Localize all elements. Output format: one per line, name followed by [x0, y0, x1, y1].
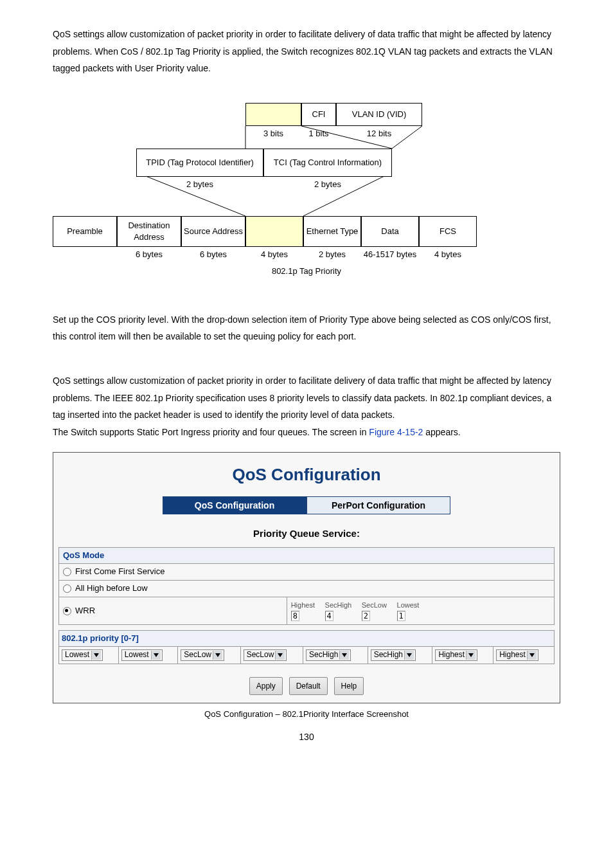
svg-marker-6 — [154, 653, 159, 657]
bits-3: 3 bits — [245, 129, 301, 140]
cell-vid: VLAN ID (VID) — [336, 103, 422, 126]
cell-data: Data — [361, 216, 419, 247]
radio-fcfs[interactable] — [63, 568, 71, 576]
qos-mode-header: QoS Mode — [59, 547, 555, 564]
wrr-label-3: Lowest — [397, 601, 420, 609]
svg-marker-5 — [94, 653, 99, 657]
cell-fcs: FCS — [419, 216, 477, 247]
cell-tpid: TPID (Tag Protocol Identifier) — [136, 149, 263, 177]
priority-table: 802.1p priority [0-7] LowestLowestSecLow… — [58, 630, 555, 664]
radio-allhigh-label: All High before Low — [75, 583, 148, 593]
bits-12: 12 bits — [336, 129, 422, 140]
svg-marker-8 — [278, 653, 283, 657]
default-button[interactable]: Default — [289, 677, 328, 696]
wrr-label-1: SecHigh — [325, 601, 352, 609]
mid-paragraph-1: Set up the COS priority level. With the … — [53, 311, 560, 345]
priority-queue-heading: Priority Queue Service: — [53, 518, 560, 547]
vlan-tag-diagram: CFI VLAN ID (VID) 3 bits 1 bits 12 bits … — [53, 103, 560, 296]
radio-fcfs-label: First Come First Service — [75, 566, 164, 576]
cell-dest-addr: Destination Address — [117, 216, 181, 247]
mid-paragraph-3: The Switch supports Static Port Ingress … — [53, 424, 560, 441]
chevron-down-icon — [151, 651, 161, 660]
svg-marker-11 — [468, 653, 474, 657]
chevron-down-icon — [213, 651, 222, 660]
screenshot-caption: QoS Configuration – 802.1Priority Interf… — [53, 709, 560, 720]
priority-select-1[interactable]: Lowest — [121, 649, 163, 661]
priority-select-4[interactable]: SecHigh — [306, 649, 351, 661]
chevron-down-icon — [404, 651, 414, 660]
qos-mode-table: QoS Mode First Come First Service All Hi… — [58, 547, 555, 625]
bytes-tci: 2 bytes — [263, 179, 392, 190]
wrr-input-highest[interactable]: 8 — [291, 611, 299, 621]
chevron-down-icon — [527, 651, 537, 660]
cell-tci: TCI (Tag Control Information) — [263, 149, 392, 177]
button-row: Apply Default Help — [53, 672, 560, 703]
chevron-down-icon — [466, 651, 475, 660]
mid-p3-a: The Switch supports Static Port Ingress … — [53, 427, 369, 437]
svg-marker-12 — [529, 653, 535, 657]
bytes-fcs: 4 bytes — [419, 249, 477, 260]
apply-button[interactable]: Apply — [249, 677, 283, 696]
priority-select-2[interactable]: SecLow — [181, 649, 224, 661]
wrr-label-0: Highest — [291, 601, 315, 609]
mid-p3-b: appears. — [423, 427, 460, 437]
svg-marker-7 — [215, 653, 220, 657]
cell-eth-type: Ethernet Type — [303, 216, 361, 247]
config-tabs: QoS ConfigurationPerPort Configuration — [53, 496, 560, 518]
svg-marker-9 — [342, 653, 347, 657]
bytes-et: 2 bytes — [303, 249, 361, 260]
cell-preamble: Preamble — [53, 216, 117, 247]
priority-select-6[interactable]: Highest — [435, 649, 477, 661]
priority-select-3[interactable]: SecLow — [244, 649, 287, 661]
mid-paragraph-2: QoS settings allow customization of pack… — [53, 372, 560, 424]
bytes-data: 46-1517 bytes — [361, 249, 419, 260]
qos-config-screenshot: QoS Configuration QoS ConfigurationPerPo… — [53, 452, 560, 703]
figure-ref-link[interactable]: Figure 4-15-2 — [369, 427, 423, 437]
priority-select-5[interactable]: SecHigh — [371, 649, 416, 661]
chevron-down-icon — [275, 651, 285, 660]
priority-select-7[interactable]: Highest — [496, 649, 538, 661]
svg-marker-10 — [407, 653, 412, 657]
tab-qos-configuration[interactable]: QoS Configuration — [163, 496, 306, 514]
wrr-label-2: SecLow — [362, 601, 387, 609]
help-button[interactable]: Help — [334, 677, 364, 696]
wrr-input-lowest[interactable]: 1 — [397, 611, 405, 621]
tab-perport-configuration[interactable]: PerPort Configuration — [306, 496, 450, 514]
radio-wrr[interactable] — [63, 607, 71, 615]
diagram-caption: 802.1p Tag Priority — [53, 266, 560, 277]
page-number: 130 — [53, 728, 560, 746]
chevron-down-icon — [91, 651, 101, 660]
radio-wrr-label: WRR — [75, 606, 95, 615]
wrr-input-seclow[interactable]: 2 — [362, 611, 370, 621]
bytes-tpid: 2 bytes — [136, 179, 263, 190]
screenshot-title: QoS Configuration — [53, 453, 560, 496]
cell-priority-blank — [245, 103, 301, 126]
bytes-da: 6 bytes — [117, 249, 181, 260]
cell-src-addr: Source Address — [181, 216, 245, 247]
wrr-input-sechigh[interactable]: 4 — [325, 611, 333, 621]
bytes-tag: 4 bytes — [245, 249, 303, 260]
chevron-down-icon — [339, 651, 349, 660]
intro-paragraph-1: QoS settings allow customization of pack… — [53, 26, 560, 77]
cell-tag-blank — [245, 216, 303, 247]
priority-select-0[interactable]: Lowest — [62, 649, 103, 661]
bytes-sa: 6 bytes — [181, 249, 245, 260]
bits-1: 1 bits — [301, 129, 336, 140]
cell-cfi: CFI — [301, 103, 336, 126]
priority-header: 802.1p priority [0-7] — [59, 630, 555, 646]
radio-allhigh[interactable] — [63, 584, 71, 593]
